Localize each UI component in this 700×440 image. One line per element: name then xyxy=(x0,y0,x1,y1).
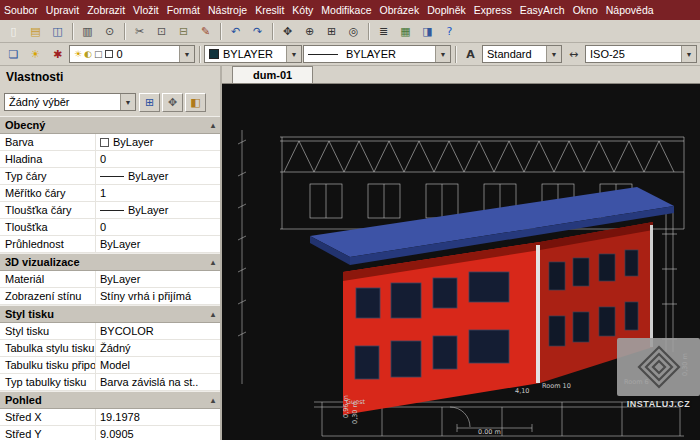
toolbar-properties: ❏☀✱ ☀ ◐ □ 0 ▼ BYLAYER ▼ BYLAYER ▼ A Stan… xyxy=(0,43,700,66)
property-row[interactable]: Typ čáryByLayer xyxy=(0,168,220,185)
chevron-down-icon[interactable]: ▼ xyxy=(179,46,194,62)
menu-item-6[interactable]: Kreslit xyxy=(251,0,288,20)
undo-icon[interactable]: ↶ xyxy=(225,22,246,41)
property-row[interactable]: Typ tabulky tiskuBarva závislá na st.. xyxy=(0,374,220,391)
section-header-0[interactable]: Obecný▴ xyxy=(0,116,220,134)
menu-item-11[interactable]: Express xyxy=(470,0,516,20)
open-file-icon[interactable]: ▤ xyxy=(25,22,46,41)
new-file-icon[interactable]: ▯ xyxy=(3,22,24,41)
section-header-3[interactable]: Pohled▴ xyxy=(0,391,220,409)
collapse-icon[interactable]: ▴ xyxy=(211,258,215,267)
property-value: ByLayer xyxy=(96,236,220,252)
layer-manager-icon[interactable]: ❏ xyxy=(3,45,24,64)
linetype-value: BYLAYER xyxy=(346,48,396,60)
selection-combo[interactable]: Žádný výběr ▼ xyxy=(4,93,136,111)
menu-item-0[interactable]: Soubor xyxy=(0,0,42,20)
menu-item-3[interactable]: Vložit xyxy=(129,0,163,20)
menu-item-9[interactable]: Obrázek xyxy=(376,0,424,20)
help-icon[interactable]: ? xyxy=(439,22,460,41)
menu-item-12[interactable]: EasyArch xyxy=(516,0,569,20)
redo-icon[interactable]: ↷ xyxy=(247,22,268,41)
quick-select-icon[interactable]: ⊞ xyxy=(139,93,160,112)
property-row[interactable]: Tabulku tisku připo..Model xyxy=(0,357,220,374)
save-icon[interactable]: ◫ xyxy=(47,22,68,41)
cut-icon[interactable]: ✂ xyxy=(129,22,150,41)
pan-icon[interactable]: ✥ xyxy=(277,22,298,41)
chevron-down-icon[interactable]: ▼ xyxy=(681,46,696,62)
menu-item-10[interactable]: Doplněk xyxy=(423,0,470,20)
menu-item-5[interactable]: Nástroje xyxy=(204,0,251,20)
select-objects-icon[interactable]: ✥ xyxy=(162,93,183,112)
layers-icon[interactable]: ≣ xyxy=(373,22,394,41)
property-label: Střed Y xyxy=(0,426,96,440)
dim-style-combo[interactable]: ISO-25 ▼ xyxy=(585,45,697,63)
label-elevation: 0.00 m xyxy=(478,428,501,436)
property-row[interactable]: Střed X19.1978 xyxy=(0,409,220,426)
label-dim-410: 4,10 xyxy=(515,387,529,395)
paste-icon[interactable]: ⊟ xyxy=(173,22,194,41)
text-style-combo[interactable]: Standard ▼ xyxy=(482,45,562,63)
menu-item-14[interactable]: Nápověda xyxy=(602,0,658,20)
property-row[interactable]: Zobrazení stínuStíny vrhá i přijímá xyxy=(0,288,220,305)
collapse-icon[interactable]: ▴ xyxy=(211,396,215,405)
property-row[interactable]: Tloušťka0 xyxy=(0,219,220,236)
print-icon[interactable]: ▥ xyxy=(77,22,98,41)
print-preview-icon[interactable]: ⊙ xyxy=(99,22,120,41)
current-color-swatch xyxy=(209,49,219,59)
menu-item-7[interactable]: Kóty xyxy=(288,0,317,20)
property-row[interactable]: BarvaByLayer xyxy=(0,134,220,151)
menu-item-2[interactable]: Zobrazit xyxy=(83,0,129,20)
selection-value: Žádný výběr xyxy=(9,96,70,108)
linetype-combo[interactable]: BYLAYER ▼ xyxy=(303,45,451,63)
menu-item-13[interactable]: Okno xyxy=(569,0,602,20)
layer-combo[interactable]: ☀ ◐ □ 0 ▼ xyxy=(69,45,195,63)
collapse-icon[interactable]: ▴ xyxy=(211,121,215,130)
explorer-icon[interactable]: ▦ xyxy=(395,22,416,41)
match-properties-icon[interactable]: ✎ xyxy=(195,22,216,41)
dim-style-icon[interactable]: ↔ xyxy=(563,45,584,64)
menu-item-8[interactable]: Modifikace xyxy=(317,0,375,20)
property-value: BYCOLOR xyxy=(96,323,220,339)
property-value-text: 19.1978 xyxy=(100,411,140,423)
properties-icon[interactable]: ◨ xyxy=(417,22,438,41)
section-header-1[interactable]: 3D vizualizace▴ xyxy=(0,253,220,271)
property-row[interactable]: Měřítko čáry1 xyxy=(0,185,220,202)
watermark-text: INSTALUJ.CZ xyxy=(617,399,700,409)
toggle-pickadd-icon[interactable]: ◧ xyxy=(185,93,206,112)
toolbar2-toggles: ❏☀✱ xyxy=(3,45,68,64)
chevron-down-icon[interactable]: ▼ xyxy=(120,94,135,110)
property-row[interactable]: PrůhlednostByLayer xyxy=(0,236,220,253)
property-label: Zobrazení stínu xyxy=(0,288,96,304)
color-combo[interactable]: BYLAYER ▼ xyxy=(204,45,302,63)
menu-item-4[interactable]: Formát xyxy=(163,0,204,20)
zoom-extents-icon[interactable]: ◎ xyxy=(343,22,364,41)
zoom-in-icon[interactable]: ⊕ xyxy=(299,22,320,41)
tab-dum-01[interactable]: dum-01 xyxy=(232,66,313,83)
property-value-text: ByLayer xyxy=(100,273,140,285)
layer-previous-icon[interactable]: ✱ xyxy=(47,45,68,64)
copy-icon[interactable]: ⊡ xyxy=(151,22,172,41)
property-value: ByLayer xyxy=(96,202,220,218)
properties-panel-title: Vlastnosti xyxy=(0,66,220,88)
property-row[interactable]: Tabulka stylu tiskuŽádný xyxy=(0,340,220,357)
properties-panel: Vlastnosti Žádný výběr ▼ ⊞✥◧ Obecný▴Barv… xyxy=(0,66,222,440)
section-header-2[interactable]: Styl tisku▴ xyxy=(0,305,220,323)
chevron-down-icon[interactable]: ▼ xyxy=(546,46,561,62)
property-value: 0 xyxy=(96,151,220,167)
model-canvas[interactable]: Guest 4,10 Room 10 Room 6 0.00 m 0,96 m … xyxy=(222,84,700,440)
property-row[interactable]: Střed Y9.0905 xyxy=(0,426,220,440)
menu-item-1[interactable]: Upravit xyxy=(42,0,83,20)
chevron-down-icon[interactable]: ▼ xyxy=(435,46,450,62)
collapse-icon[interactable]: ▴ xyxy=(211,310,215,319)
property-label: Barva xyxy=(0,134,96,150)
property-row[interactable]: Styl tiskuBYCOLOR xyxy=(0,323,220,340)
property-row[interactable]: Tloušťka čáryByLayer xyxy=(0,202,220,219)
zoom-window-icon[interactable]: ⊞ xyxy=(321,22,342,41)
chevron-down-icon[interactable]: ▼ xyxy=(286,46,301,62)
text-style-icon[interactable]: A xyxy=(460,45,481,64)
property-row[interactable]: Hladina0 xyxy=(0,151,220,168)
layer-states-icon[interactable]: ☀ xyxy=(25,45,46,64)
property-value: 0 xyxy=(96,219,220,235)
property-row[interactable]: MateriálByLayer xyxy=(0,271,220,288)
property-label: Tloušťka xyxy=(0,219,96,235)
